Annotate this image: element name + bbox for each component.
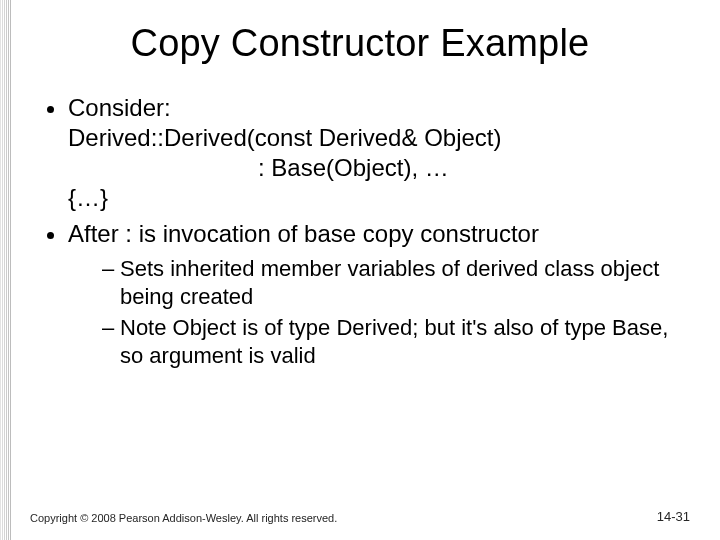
- sub-bullet-list: Sets inherited member variables of deriv…: [68, 255, 680, 369]
- sub-bullet-2: Note Object is of type Derived; but it's…: [102, 314, 680, 369]
- bullet-consider-lead: Consider:: [68, 94, 171, 121]
- copyright-text: Copyright © 2008 Pearson Addison-Wesley.…: [30, 512, 337, 524]
- bullet-consider: Consider: Derived::Derived(const Derived…: [68, 93, 680, 213]
- code-line-3: {…}: [68, 184, 108, 211]
- code-line-1: Derived::Derived(const Derived& Object): [68, 124, 502, 151]
- code-line-2: : Base(Object), …: [68, 153, 680, 183]
- slide-title: Copy Constructor Example: [0, 22, 720, 65]
- bullet-list: Consider: Derived::Derived(const Derived…: [40, 93, 680, 369]
- slide-content: Consider: Derived::Derived(const Derived…: [40, 93, 680, 369]
- page-number: 14-31: [657, 509, 690, 524]
- sub-bullet-1: Sets inherited member variables of deriv…: [102, 255, 680, 310]
- footer: Copyright © 2008 Pearson Addison-Wesley.…: [30, 509, 690, 524]
- bullet-after: After : is invocation of base copy const…: [68, 219, 680, 369]
- slide: Copy Constructor Example Consider: Deriv…: [0, 0, 720, 540]
- bullet-after-text: After : is invocation of base copy const…: [68, 220, 539, 247]
